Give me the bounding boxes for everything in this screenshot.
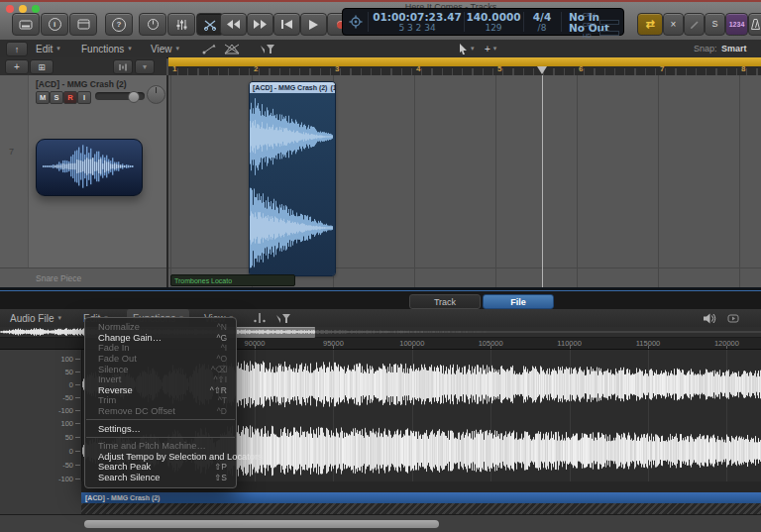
menu-item-time-and-pitch-machine: Time and Pitch Machine… (85, 441, 236, 452)
add-track-button[interactable]: + (5, 59, 29, 74)
amp-scale-label: -100 (58, 475, 73, 483)
functions-dropdown-menu: Normalize^NChange Gain…^GFade In^IFade O… (84, 317, 237, 488)
bar-gridline (577, 75, 578, 287)
menu-item-shortcut: ⇧S (214, 473, 227, 482)
amp-scale-tick (75, 384, 80, 385)
tab-file[interactable]: File (483, 294, 554, 309)
amp-scale-tick (75, 397, 80, 398)
library-button[interactable] (69, 13, 97, 36)
amp-scale-label: 50 (65, 368, 73, 376)
horizontal-scrollbar[interactable] (0, 514, 761, 532)
region-header[interactable]: [ACD] - MMG Crash (2) (1) (250, 82, 335, 93)
hd-label: HD (583, 33, 592, 39)
pencil-icon (690, 20, 700, 30)
prelisten-speaker-icon[interactable] (704, 313, 716, 324)
zoom-window-button[interactable] (32, 5, 40, 13)
catch-playhead-icon[interactable] (254, 313, 266, 323)
scrollbar-thumb[interactable] (84, 520, 439, 528)
track-icon[interactable] (36, 139, 143, 196)
amp-scale-tick (75, 410, 80, 411)
automation-arrows-icon[interactable] (202, 44, 216, 54)
minimize-window-button[interactable] (19, 5, 27, 13)
track-name[interactable]: [ACD] - MMG Crash (2) (36, 79, 127, 89)
chevron-down-icon: ▾ (57, 314, 61, 322)
menu-item-adjust-tempo-by-selection-and-locators[interactable]: Adjust Tempo by Selection and Locators (85, 452, 236, 463)
menu-item-shortcut: ^I (221, 343, 227, 353)
menu-item-change-gain[interactable]: Change Gain…^G (85, 333, 236, 344)
tracks-functions-menu[interactable]: Functions▾ (81, 40, 132, 57)
menu-item-search-peak[interactable]: Search Peak⇧P (85, 462, 236, 473)
bar-number: 3 (335, 64, 339, 73)
chevron-down-icon: ▾ (56, 45, 60, 53)
input-monitor-button[interactable]: I (77, 91, 91, 104)
track-height-button[interactable]: ▾ (135, 59, 155, 74)
tracks-edit-menu[interactable]: Edit▾ (36, 40, 60, 57)
count-in-button[interactable]: 1234 (725, 13, 748, 36)
waveform-zoom-button[interactable] (113, 59, 133, 74)
menu-item-search-silence[interactable]: Search Silence⇧S (85, 473, 236, 483)
lcd-display[interactable]: 01:00:07:23.47 5 3 2 34 140.0000 129 4/4… (342, 8, 624, 36)
menu-item-label: Invert (98, 374, 121, 384)
sample-tick (570, 346, 571, 349)
amp-scale-tick (75, 423, 80, 424)
volume-slider-knob[interactable] (128, 91, 140, 103)
amp-scale-label: -50 (62, 393, 73, 402)
pointer-tool-menu[interactable]: ▾ (459, 40, 475, 57)
lcd-position[interactable]: 5 3 2 34 (373, 23, 462, 33)
next-track-header[interactable]: Snare Piece (0, 268, 166, 287)
media-browser-button[interactable] (12, 13, 40, 36)
menu-separator (86, 437, 235, 438)
inspector-button[interactable]: i (41, 13, 68, 36)
forward-button[interactable] (247, 13, 273, 36)
sample-tick (412, 346, 413, 349)
rewind-button[interactable] (220, 13, 247, 36)
filter-funnel-icon[interactable] (275, 313, 291, 324)
solo-button[interactable]: S (50, 91, 63, 104)
record-enable-button[interactable]: R (63, 91, 77, 104)
volume-slider[interactable] (95, 92, 145, 100)
gear-icon[interactable] (349, 15, 363, 29)
bar-gridline (170, 75, 171, 287)
autopunch-button[interactable] (684, 13, 705, 36)
mixer-button[interactable] (167, 13, 195, 36)
secondary-tool-menu[interactable]: + ▾ (485, 40, 496, 57)
mute-button[interactable]: M (36, 91, 50, 104)
crossfade-icon[interactable] (224, 44, 240, 54)
lcd-signature[interactable]: 4/4 (525, 11, 559, 23)
cycle-audition-icon[interactable] (727, 313, 739, 324)
snap-menu[interactable]: Smart (721, 40, 747, 57)
go-to-beginning-icon (281, 20, 292, 29)
tracks-view-menu[interactable]: View▾ (151, 40, 179, 57)
menu-item-settings[interactable]: Settings… (85, 423, 236, 434)
go-to-beginning-button[interactable] (273, 13, 300, 36)
midi-region[interactable]: Trombones Locato (170, 274, 295, 286)
region-body (250, 93, 335, 275)
track-header-panel: 7 [ACD] - MMG Crash (2) M S R I Snare Pi… (0, 75, 168, 287)
amp-scale-label: 50 (65, 433, 73, 442)
rewind-icon (227, 20, 241, 29)
lcd-time[interactable]: 01:00:07:23.47 (373, 11, 462, 23)
metronome-button[interactable] (748, 13, 761, 36)
close-window-button[interactable] (6, 5, 14, 13)
lcd-division[interactable]: /8 (525, 23, 559, 33)
mute-label: M (40, 93, 46, 102)
lcd-tempo[interactable]: 140.0000 (466, 11, 521, 23)
play-button[interactable] (300, 13, 327, 36)
audio-file-menu[interactable]: Audio File▾ (10, 309, 61, 327)
quick-help-button[interactable]: ? (105, 13, 133, 36)
hide-tracks-button[interactable]: ↑ (6, 42, 28, 56)
lcd-tempo-sub[interactable]: 129 (466, 23, 521, 33)
pan-knob[interactable] (147, 85, 165, 104)
cycle-button[interactable]: ⇄ (637, 13, 663, 36)
audio-region[interactable]: [ACD] - MMG Crash (2) (1) (249, 81, 336, 276)
filter-funnel-icon[interactable] (260, 44, 275, 54)
skip-cycle-button[interactable]: × (663, 13, 684, 36)
tab-track[interactable]: Track (409, 294, 481, 309)
playhead-marker[interactable] (537, 66, 547, 74)
smart-controls-button[interactable] (139, 13, 166, 36)
duplicate-track-button[interactable]: ⊞ (30, 59, 54, 74)
menu-item-reverse[interactable]: Reverse^⇧R (85, 385, 236, 396)
tab-file-label: File (510, 297, 526, 307)
track-number-column: 7 (0, 75, 29, 267)
solo-mode-button[interactable]: S (705, 13, 725, 36)
